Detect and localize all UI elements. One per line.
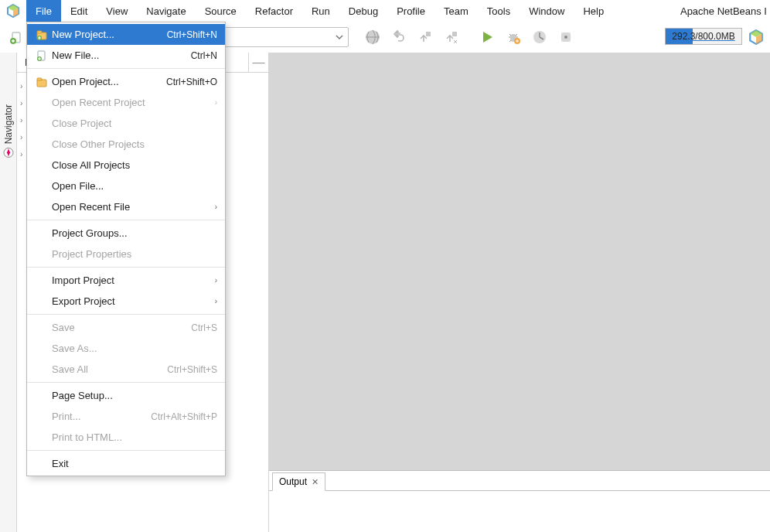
- menu-item-label: Open File...: [50, 180, 217, 192]
- chevron-right-icon: ›: [215, 297, 217, 305]
- menu-item-shortcut: Ctrl+Shift+O: [166, 77, 217, 87]
- menu-item-label: Page Setup...: [50, 390, 217, 401]
- menu-refactor[interactable]: Refactor: [246, 0, 302, 22]
- app-logo-right-icon: [745, 26, 767, 48]
- menu-item-label: Save: [50, 322, 191, 333]
- menu-item-label: Project Groups...: [50, 227, 217, 239]
- app-logo-icon: [0, 0, 26, 22]
- output-tab[interactable]: Output ✕: [272, 472, 325, 491]
- chevron-right-icon: ›: [20, 116, 22, 124]
- navigator-side-tab[interactable]: Navigator: [2, 99, 15, 163]
- file-menu-save-as: Save As...: [27, 338, 225, 359]
- menu-item-label: Close Other Projects: [50, 138, 217, 150]
- file-menu-open-recent-file[interactable]: Open Recent File›: [27, 196, 225, 217]
- menu-edit[interactable]: Edit: [61, 0, 97, 22]
- file-menu-open-file[interactable]: Open File...: [27, 176, 225, 196]
- menu-item-label: Print to HTML...: [50, 431, 217, 443]
- editor-empty: [269, 53, 770, 470]
- file-menu-exit[interactable]: Exit: [27, 453, 225, 474]
- open-project-icon: [33, 76, 50, 88]
- chevron-right-icon: ›: [215, 276, 217, 285]
- menu-item-label: Close Project: [50, 118, 217, 129]
- file-menu-print: Print...Ctrl+Alt+Shift+P: [27, 406, 225, 427]
- clean-build-icon[interactable]: [440, 26, 463, 49]
- navigator-side-tab-label: Navigator: [3, 104, 14, 144]
- svg-rect-9: [426, 32, 431, 36]
- new-file-toolbar-icon[interactable]: [5, 26, 28, 49]
- menu-item-label: Import Project: [50, 275, 215, 286]
- menu-navigate[interactable]: Navigate: [137, 0, 195, 22]
- menu-item-label: Save All: [50, 363, 167, 375]
- menu-item-label: New Project...: [50, 29, 167, 40]
- menu-separator: [27, 450, 225, 451]
- menu-item-label: Open Project...: [50, 76, 166, 87]
- menubar: FileEditViewNavigateSourceRefactorRunDeb…: [0, 0, 770, 22]
- chevron-right-icon: ›: [20, 99, 22, 107]
- menu-profile[interactable]: Profile: [387, 0, 434, 22]
- menu-separator: [27, 220, 225, 220]
- file-menu-export-project[interactable]: Export Project›: [27, 291, 225, 312]
- menu-debug[interactable]: Debug: [339, 0, 387, 22]
- close-icon[interactable]: ✕: [312, 477, 319, 487]
- menu-tools[interactable]: Tools: [478, 0, 520, 22]
- menu-item-label: Open Recent Project: [50, 97, 215, 108]
- globe-icon[interactable]: [361, 26, 384, 49]
- svg-rect-10: [452, 32, 457, 36]
- menu-window[interactable]: Window: [520, 0, 574, 22]
- file-menu-new-project[interactable]: New Project...Ctrl+Shift+N: [27, 24, 225, 45]
- undo-icon[interactable]: [387, 26, 411, 49]
- memory-usage[interactable]: 292.3/800.0MB: [665, 28, 742, 45]
- compass-icon: [3, 147, 14, 158]
- menu-help[interactable]: Help: [574, 0, 613, 22]
- file-menu-close-all-projects[interactable]: Close All Projects: [27, 155, 225, 176]
- menu-item-shortcut: Ctrl+Shift+S: [167, 364, 217, 375]
- file-menu-page-setup[interactable]: Page Setup...: [27, 385, 225, 406]
- menu-item-label: Exit: [50, 458, 217, 469]
- menu-run[interactable]: Run: [302, 0, 339, 22]
- output-tab-label: Output: [279, 476, 307, 487]
- file-menu-open-recent-project: Open Recent Project›: [27, 92, 225, 113]
- menu-file[interactable]: File: [26, 0, 61, 22]
- menu-item-label: Save As...: [50, 343, 217, 354]
- file-menu-save-all: Save AllCtrl+Shift+S: [27, 359, 225, 380]
- menubar-items: FileEditViewNavigateSourceRefactorRunDeb…: [26, 0, 613, 22]
- file-menu-project-properties: Project Properties: [27, 244, 225, 264]
- new-file-icon: [33, 49, 50, 62]
- chevron-right-icon: ›: [215, 98, 217, 107]
- file-menu-save: SaveCtrl+S: [27, 317, 225, 338]
- file-menu-open-project[interactable]: Open Project...Ctrl+Shift+O: [27, 71, 225, 92]
- output-panel: Output ✕: [269, 470, 770, 532]
- chevron-right-icon: ›: [20, 150, 22, 159]
- file-menu-project-groups[interactable]: Project Groups...: [27, 223, 225, 244]
- svg-point-15: [564, 36, 567, 39]
- menu-source[interactable]: Source: [196, 0, 246, 22]
- menu-separator: [27, 314, 225, 315]
- app-title: Apache NetBeans I: [680, 0, 770, 22]
- profile-icon[interactable]: [528, 26, 551, 49]
- file-menu-import-project[interactable]: Import Project›: [27, 270, 225, 291]
- build-icon[interactable]: [414, 26, 437, 49]
- file-menu-new-file[interactable]: New File...Ctrl+N: [27, 45, 225, 66]
- chevron-right-icon: ›: [215, 203, 217, 211]
- file-menu-print-to-html: Print to HTML...: [27, 427, 225, 448]
- menu-item-shortcut: Ctrl+N: [191, 50, 217, 61]
- side-dock: Navigator: [0, 53, 17, 532]
- menu-item-shortcut: Ctrl+Shift+N: [167, 29, 217, 40]
- menu-item-shortcut: Ctrl+S: [191, 322, 217, 333]
- file-menu-close-project: Close Project: [27, 113, 225, 134]
- debug-icon[interactable]: [502, 26, 525, 49]
- menu-item-shortcut: Ctrl+Alt+Shift+P: [151, 411, 217, 422]
- svg-rect-26: [37, 78, 42, 80]
- attach-icon[interactable]: [554, 26, 578, 49]
- menu-view[interactable]: View: [97, 0, 137, 22]
- panel-minimize-button[interactable]: —: [248, 53, 268, 72]
- menu-item-label: New File...: [50, 49, 191, 61]
- chevron-down-icon: [336, 33, 343, 41]
- config-select[interactable]: [221, 27, 349, 47]
- menu-team[interactable]: Team: [434, 0, 478, 22]
- run-icon[interactable]: [475, 26, 499, 49]
- editor-area: Output ✕: [269, 53, 770, 532]
- file-menu-dropdown: New Project...Ctrl+Shift+NNew File...Ctr…: [26, 22, 226, 476]
- file-menu-close-other-projects: Close Other Projects: [27, 134, 225, 155]
- menu-separator: [27, 68, 225, 69]
